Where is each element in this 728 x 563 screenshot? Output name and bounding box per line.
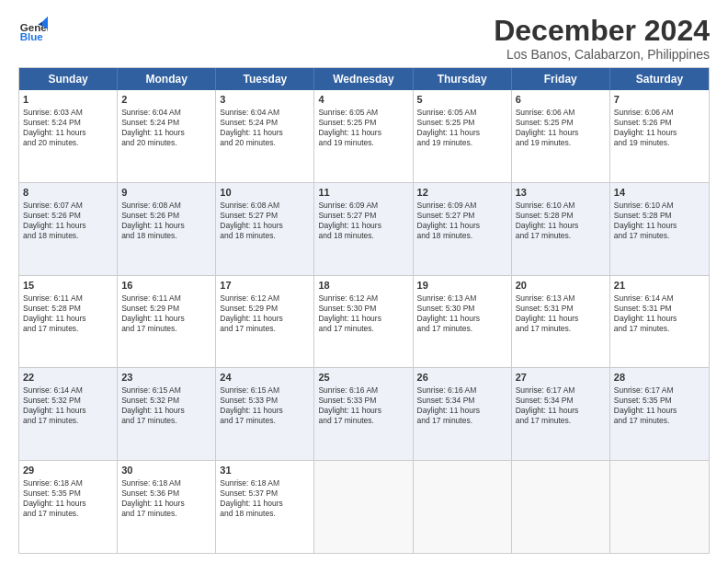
cell-text: Sunrise: 6:12 AM Sunset: 5:29 PM Dayligh…: [220, 293, 310, 334]
calendar-cell: [610, 461, 709, 553]
day-number: 26: [417, 371, 507, 385]
calendar-cell: [512, 461, 610, 553]
calendar-row: 15Sunrise: 6:11 AM Sunset: 5:28 PM Dayli…: [19, 276, 709, 369]
cell-text: Sunrise: 6:04 AM Sunset: 5:24 PM Dayligh…: [121, 108, 211, 148]
calendar-cell: 22Sunrise: 6:14 AM Sunset: 5:32 PM Dayli…: [19, 368, 118, 460]
calendar-header: SundayMondayTuesdayWednesdayThursdayFrid…: [19, 68, 709, 90]
calendar: SundayMondayTuesdayWednesdayThursdayFrid…: [18, 67, 710, 554]
calendar-cell: 7Sunrise: 6:06 AM Sunset: 5:26 PM Daylig…: [610, 90, 709, 182]
cell-text: Sunrise: 6:04 AM Sunset: 5:24 PM Dayligh…: [220, 108, 310, 148]
calendar-cell: 11Sunrise: 6:09 AM Sunset: 5:27 PM Dayli…: [314, 183, 413, 275]
calendar-cell: 18Sunrise: 6:12 AM Sunset: 5:30 PM Dayli…: [314, 276, 413, 368]
main-title: December 2024: [494, 15, 710, 47]
calendar-cell: 30Sunrise: 6:18 AM Sunset: 5:36 PM Dayli…: [118, 461, 216, 553]
calendar-cell: 24Sunrise: 6:15 AM Sunset: 5:33 PM Dayli…: [216, 368, 314, 460]
svg-text:Blue: Blue: [20, 31, 44, 42]
cell-text: Sunrise: 6:07 AM Sunset: 5:26 PM Dayligh…: [23, 201, 113, 241]
cell-text: Sunrise: 6:06 AM Sunset: 5:25 PM Dayligh…: [516, 108, 606, 148]
calendar-cell: [414, 461, 512, 553]
calendar-cell: [314, 461, 413, 553]
cell-text: Sunrise: 6:18 AM Sunset: 5:37 PM Dayligh…: [220, 478, 310, 519]
day-number: 6: [516, 93, 606, 107]
day-number: 9: [121, 186, 211, 200]
day-number: 19: [417, 279, 507, 293]
calendar-cell: 26Sunrise: 6:16 AM Sunset: 5:34 PM Dayli…: [414, 368, 512, 460]
calendar-row: 8Sunrise: 6:07 AM Sunset: 5:26 PM Daylig…: [19, 183, 709, 276]
day-number: 11: [318, 186, 408, 200]
calendar-cell: 1Sunrise: 6:03 AM Sunset: 5:24 PM Daylig…: [19, 90, 118, 182]
day-number: 28: [614, 371, 705, 385]
day-number: 13: [516, 186, 606, 200]
cell-text: Sunrise: 6:05 AM Sunset: 5:25 PM Dayligh…: [318, 108, 408, 148]
logo-icon: General Blue: [18, 15, 48, 44]
day-number: 22: [23, 371, 113, 385]
calendar-cell: 14Sunrise: 6:10 AM Sunset: 5:28 PM Dayli…: [610, 183, 709, 275]
day-number: 18: [318, 279, 408, 293]
calendar-cell: 9Sunrise: 6:08 AM Sunset: 5:26 PM Daylig…: [118, 183, 216, 275]
calendar-cell: 5Sunrise: 6:05 AM Sunset: 5:25 PM Daylig…: [414, 90, 512, 182]
day-number: 24: [220, 371, 310, 385]
calendar-header-cell: Friday: [512, 68, 610, 90]
calendar-cell: 13Sunrise: 6:10 AM Sunset: 5:28 PM Dayli…: [512, 183, 610, 275]
cell-text: Sunrise: 6:08 AM Sunset: 5:27 PM Dayligh…: [220, 201, 310, 241]
calendar-cell: 4Sunrise: 6:05 AM Sunset: 5:25 PM Daylig…: [314, 90, 413, 182]
cell-text: Sunrise: 6:14 AM Sunset: 5:32 PM Dayligh…: [23, 385, 113, 426]
cell-text: Sunrise: 6:17 AM Sunset: 5:35 PM Dayligh…: [614, 385, 705, 426]
calendar-cell: 28Sunrise: 6:17 AM Sunset: 5:35 PM Dayli…: [610, 368, 709, 460]
calendar-header-cell: Tuesday: [216, 68, 314, 90]
calendar-body: 1Sunrise: 6:03 AM Sunset: 5:24 PM Daylig…: [19, 90, 709, 553]
calendar-row: 29Sunrise: 6:18 AM Sunset: 5:35 PM Dayli…: [19, 461, 709, 553]
cell-text: Sunrise: 6:13 AM Sunset: 5:31 PM Dayligh…: [516, 293, 606, 334]
calendar-header-cell: Thursday: [414, 68, 512, 90]
day-number: 29: [23, 464, 113, 477]
cell-text: Sunrise: 6:12 AM Sunset: 5:30 PM Dayligh…: [318, 293, 408, 334]
cell-text: Sunrise: 6:06 AM Sunset: 5:26 PM Dayligh…: [614, 108, 705, 148]
cell-text: Sunrise: 6:17 AM Sunset: 5:34 PM Dayligh…: [516, 385, 606, 426]
day-number: 16: [121, 279, 211, 293]
calendar-header-cell: Wednesday: [314, 68, 413, 90]
day-number: 17: [220, 279, 310, 293]
cell-text: Sunrise: 6:03 AM Sunset: 5:24 PM Dayligh…: [23, 108, 113, 148]
day-number: 12: [417, 186, 507, 200]
subtitle: Los Banos, Calabarzon, Philippines: [494, 47, 710, 62]
calendar-cell: 3Sunrise: 6:04 AM Sunset: 5:24 PM Daylig…: [216, 90, 314, 182]
calendar-cell: 27Sunrise: 6:17 AM Sunset: 5:34 PM Dayli…: [512, 368, 610, 460]
day-number: 21: [614, 279, 705, 293]
calendar-row: 22Sunrise: 6:14 AM Sunset: 5:32 PM Dayli…: [19, 368, 709, 461]
cell-text: Sunrise: 6:16 AM Sunset: 5:34 PM Dayligh…: [417, 385, 507, 426]
cell-text: Sunrise: 6:09 AM Sunset: 5:27 PM Dayligh…: [417, 201, 507, 241]
cell-text: Sunrise: 6:14 AM Sunset: 5:31 PM Dayligh…: [614, 293, 705, 334]
title-block: December 2024 Los Banos, Calabarzon, Phi…: [494, 15, 710, 62]
calendar-cell: 8Sunrise: 6:07 AM Sunset: 5:26 PM Daylig…: [19, 183, 118, 275]
day-number: 30: [121, 464, 211, 477]
calendar-cell: 21Sunrise: 6:14 AM Sunset: 5:31 PM Dayli…: [610, 276, 709, 368]
day-number: 15: [23, 279, 113, 293]
day-number: 27: [516, 371, 606, 385]
calendar-cell: 20Sunrise: 6:13 AM Sunset: 5:31 PM Dayli…: [512, 276, 610, 368]
calendar-cell: 2Sunrise: 6:04 AM Sunset: 5:24 PM Daylig…: [118, 90, 216, 182]
cell-text: Sunrise: 6:10 AM Sunset: 5:28 PM Dayligh…: [516, 201, 606, 241]
cell-text: Sunrise: 6:15 AM Sunset: 5:32 PM Dayligh…: [121, 385, 211, 426]
day-number: 3: [220, 93, 310, 107]
day-number: 14: [614, 186, 705, 200]
day-number: 4: [318, 93, 408, 107]
day-number: 7: [614, 93, 705, 107]
calendar-cell: 6Sunrise: 6:06 AM Sunset: 5:25 PM Daylig…: [512, 90, 610, 182]
cell-text: Sunrise: 6:08 AM Sunset: 5:26 PM Dayligh…: [121, 201, 211, 241]
logo: General Blue: [18, 15, 48, 44]
cell-text: Sunrise: 6:15 AM Sunset: 5:33 PM Dayligh…: [220, 385, 310, 426]
cell-text: Sunrise: 6:18 AM Sunset: 5:35 PM Dayligh…: [23, 478, 113, 519]
calendar-cell: 19Sunrise: 6:13 AM Sunset: 5:30 PM Dayli…: [414, 276, 512, 368]
cell-text: Sunrise: 6:18 AM Sunset: 5:36 PM Dayligh…: [121, 478, 211, 519]
day-number: 25: [318, 371, 408, 385]
cell-text: Sunrise: 6:09 AM Sunset: 5:27 PM Dayligh…: [318, 201, 408, 241]
calendar-cell: 23Sunrise: 6:15 AM Sunset: 5:32 PM Dayli…: [118, 368, 216, 460]
cell-text: Sunrise: 6:11 AM Sunset: 5:28 PM Dayligh…: [23, 293, 113, 334]
calendar-cell: 16Sunrise: 6:11 AM Sunset: 5:29 PM Dayli…: [118, 276, 216, 368]
calendar-cell: 10Sunrise: 6:08 AM Sunset: 5:27 PM Dayli…: [216, 183, 314, 275]
calendar-header-cell: Sunday: [19, 68, 118, 90]
calendar-cell: 31Sunrise: 6:18 AM Sunset: 5:37 PM Dayli…: [216, 461, 314, 553]
cell-text: Sunrise: 6:11 AM Sunset: 5:29 PM Dayligh…: [121, 293, 211, 334]
day-number: 5: [417, 93, 507, 107]
day-number: 10: [220, 186, 310, 200]
